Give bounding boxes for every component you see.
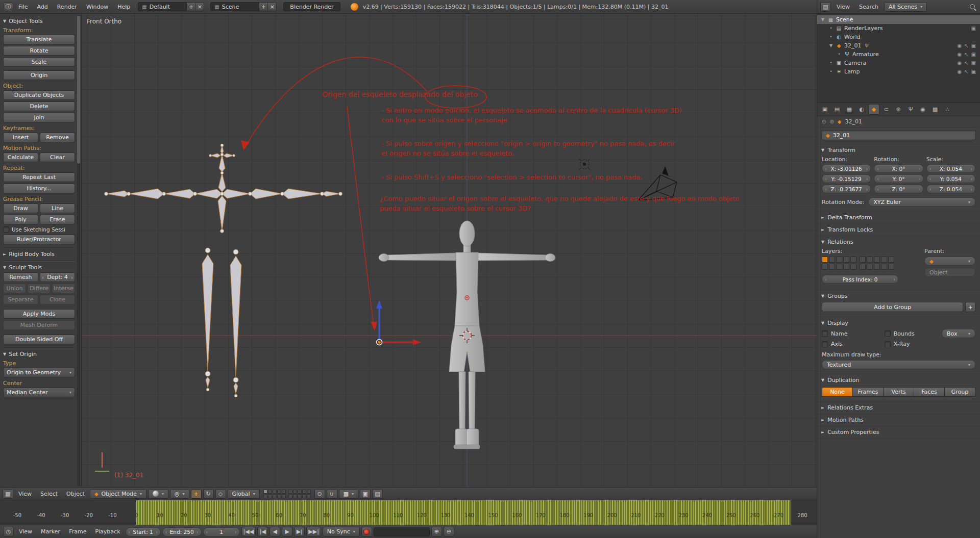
- mesh-deform-button[interactable]: Mesh Deform: [3, 320, 75, 330]
- layer-toggle[interactable]: [881, 264, 887, 270]
- duplication-frames-button[interactable]: Frames: [853, 387, 884, 397]
- calculate-paths-button[interactable]: Calculate: [3, 152, 38, 162]
- increment-icon[interactable]: ›: [918, 166, 920, 171]
- decrement-icon[interactable]: ‹: [825, 176, 827, 182]
- panel-header-relations[interactable]: ▼Relations: [817, 236, 980, 248]
- play-reverse-button[interactable]: ◀: [270, 527, 280, 536]
- eye-icon[interactable]: ◉: [957, 69, 962, 74]
- layer-toggle[interactable]: [874, 257, 880, 263]
- delete-layout-button[interactable]: ×: [195, 2, 204, 11]
- editor-type-button[interactable]: ▦: [3, 489, 13, 499]
- z-axis-handle[interactable]: [376, 300, 382, 309]
- snap-element-select[interactable]: ▦▾: [339, 489, 358, 499]
- layer-toggle[interactable]: [843, 257, 849, 263]
- layer-toggle[interactable]: [874, 264, 880, 270]
- panel-header-transform-locks[interactable]: ►Transform Locks: [817, 224, 980, 236]
- layer-toggle[interactable]: [273, 494, 277, 498]
- menu-add[interactable]: Add: [33, 3, 52, 11]
- layer-toggle[interactable]: [307, 490, 311, 494]
- display-name-checkbox[interactable]: Name: [822, 330, 881, 337]
- tab-render-layers[interactable]: ▤: [831, 104, 843, 115]
- boolean-difference-button[interactable]: Differe: [28, 284, 51, 293]
- outliner-row-camera[interactable]: • ▣ Camera ◉ ↖ ▣: [817, 59, 980, 67]
- menu-view[interactable]: View: [15, 527, 36, 536]
- bounds-type-select[interactable]: Box▾: [942, 329, 975, 338]
- increment-icon[interactable]: ›: [866, 187, 868, 192]
- panel-header-duplication[interactable]: ▼Duplication: [817, 374, 980, 386]
- auto-keyframe-button[interactable]: [361, 527, 372, 536]
- layer-toggle[interactable]: [881, 257, 887, 263]
- clone-button[interactable]: Clone: [40, 295, 75, 304]
- increment-icon[interactable]: ›: [866, 176, 868, 182]
- scale-button[interactable]: Scale: [3, 57, 75, 67]
- outliner-row-scene[interactable]: ▼ ▦ Scene: [817, 15, 980, 24]
- duplication-faces-button[interactable]: Faces: [914, 387, 945, 397]
- opengl-render-still-button[interactable]: ▣: [360, 489, 371, 499]
- rotation-mode-select[interactable]: XYZ Euler▾: [868, 197, 975, 207]
- manipulator-translate-button[interactable]: +: [191, 489, 202, 499]
- panel-header-set-origin[interactable]: ▼Set Origin: [3, 351, 75, 357]
- tab-object-data[interactable]: Ψ: [905, 104, 916, 115]
- menu-render[interactable]: Render: [53, 3, 81, 11]
- menu-playback[interactable]: Playback: [91, 527, 124, 536]
- panel-header-relations-extras[interactable]: ►Relations Extras: [817, 402, 980, 414]
- layer-toggle[interactable]: [298, 490, 302, 494]
- increment-icon[interactable]: ›: [235, 529, 237, 534]
- jump-to-end-button[interactable]: ▶▶|: [306, 527, 321, 536]
- layer-toggle[interactable]: [268, 490, 272, 494]
- eye-icon[interactable]: ◉: [957, 43, 962, 48]
- scale-y-field[interactable]: ‹Y: 0.054›: [926, 174, 975, 183]
- manipulator-rotate-button[interactable]: ↻: [203, 489, 214, 499]
- decrement-icon[interactable]: ‹: [129, 529, 131, 534]
- pin-icon[interactable]: ⊙: [822, 119, 826, 124]
- gp-erase-button[interactable]: Erase: [40, 215, 75, 224]
- eye-icon[interactable]: ◉: [957, 60, 962, 66]
- transform-manipulator[interactable]: [376, 300, 421, 345]
- frame-end-field[interactable]: ‹End: 250›: [162, 527, 202, 536]
- scrollbar-thumb[interactable]: [77, 16, 80, 164]
- jump-to-start-button[interactable]: |◀◀: [241, 527, 256, 536]
- panel-header-delta-transform[interactable]: ►Delta Transform: [817, 212, 980, 223]
- layer-toggle[interactable]: [843, 264, 849, 270]
- timeline-ruler[interactable]: -50-40-30-20-100102030405060708090100110…: [0, 500, 817, 525]
- boolean-union-button[interactable]: Union: [3, 284, 26, 293]
- decrement-icon[interactable]: ‹: [877, 166, 879, 171]
- keying-set-select[interactable]: [374, 527, 430, 536]
- join-button[interactable]: Join: [3, 113, 75, 122]
- menu-search[interactable]: Search: [855, 3, 882, 11]
- decrement-icon[interactable]: ‹: [165, 529, 167, 534]
- decrement-icon[interactable]: ‹: [825, 187, 827, 192]
- prev-keyframe-button[interactable]: |◀: [257, 527, 268, 536]
- outliner-row-world[interactable]: • ◐ World: [817, 33, 980, 41]
- screen-layout-field[interactable]: ▦Default: [138, 2, 187, 11]
- tab-physics[interactable]: ∴: [942, 104, 953, 115]
- panel-header-motion-paths[interactable]: ►Motion Paths: [817, 414, 980, 426]
- tab-object[interactable]: ◆: [868, 104, 879, 115]
- parent-type-select[interactable]: Object: [924, 268, 975, 277]
- x-axis-handle[interactable]: [413, 339, 421, 345]
- rotation-y-field[interactable]: ‹Y: 0°›: [874, 174, 923, 183]
- decrement-icon[interactable]: ‹: [206, 529, 208, 534]
- increment-icon[interactable]: ›: [156, 529, 158, 534]
- editor-type-button[interactable]: ▤: [820, 2, 831, 12]
- panel-header-object-tools[interactable]: ▼Object Tools: [3, 18, 75, 24]
- layer-toggle[interactable]: [850, 264, 856, 270]
- menu-view[interactable]: View: [833, 3, 853, 11]
- tab-scene[interactable]: ▦: [844, 104, 855, 115]
- display-mode-select[interactable]: All Scenes▾: [884, 2, 927, 12]
- decrement-icon[interactable]: ‹: [929, 176, 932, 182]
- add-layout-button[interactable]: +: [187, 2, 195, 11]
- menu-file[interactable]: File: [14, 3, 32, 11]
- mode-select[interactable]: ◆ Object Mode ▾: [90, 489, 146, 499]
- layer-toggle[interactable]: [302, 490, 306, 494]
- decrement-icon[interactable]: ‹: [877, 187, 879, 192]
- tool-shelf-scrollbar[interactable]: [77, 15, 80, 486]
- layer-toggle[interactable]: [822, 264, 828, 270]
- layer-toggle[interactable]: [288, 494, 292, 498]
- increment-icon[interactable]: ›: [918, 176, 920, 182]
- next-keyframe-button[interactable]: ▶|: [294, 527, 305, 536]
- outliner-row-lamp[interactable]: • ☀ Lamp ◉ ↖ ▣: [817, 67, 980, 76]
- lamp-object[interactable]: [579, 159, 590, 170]
- layer-toggle[interactable]: [268, 494, 272, 498]
- location-y-field[interactable]: ‹Y: -0.15129›: [822, 174, 871, 183]
